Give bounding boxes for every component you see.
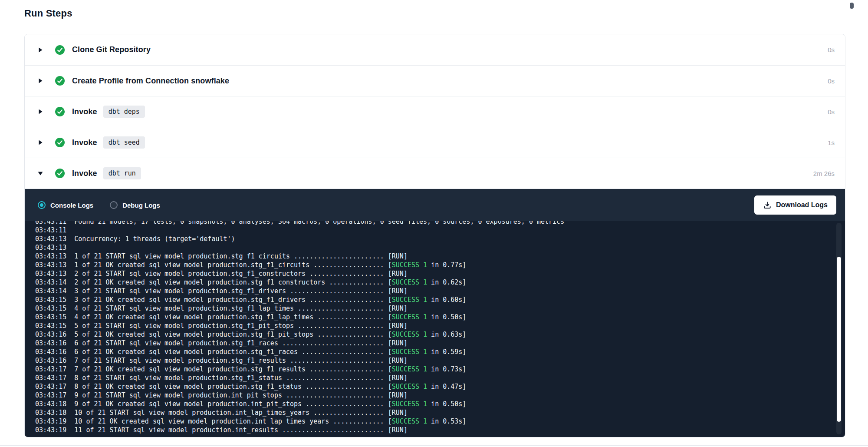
log-timestamp: 03:43:17 [35,374,66,382]
log-success-tag: SUCCESS 1 [392,365,427,373]
step-command-chip: dbt deps [103,106,145,118]
log-timestamp: 03:43:17 [35,391,66,399]
log-timestamp: 03:43:18 [35,409,66,417]
download-icon [763,201,772,209]
log-timestamp: 03:43:17 [35,383,66,391]
log-line: 03:43:17 8 of 21 START sql view model pr… [35,374,845,382]
log-line: 03:43:14 3 of 21 START sql view model pr… [35,287,845,295]
run-steps-list: Clone Git Repository 0s Create Profile f… [25,34,845,189]
log-line: 03:43:16 7 of 21 START sql view model pr… [35,356,845,365]
success-check-icon [55,169,65,178]
step-duration: 0s [828,77,835,85]
chevron-right-icon [38,47,43,53]
log-line: 03:43:18 10 of 21 START sql view model p… [35,408,845,417]
log-timestamp: 03:43:19 [35,426,66,434]
log-line: 03:43:15 5 of 21 START sql view model pr… [35,321,845,330]
log-timestamp: 03:43:17 [35,365,66,373]
step-row[interactable]: Invoke dbt deps 0s [25,96,845,127]
log-timestamp: 03:43:13 [35,252,66,260]
console-header: Console Logs Debug Logs Download Logs [25,189,845,221]
step-duration: 1s [828,139,835,146]
log-line: 03:43:11 Found 21 models, 17 tests, 0 sn… [35,221,845,226]
log-success-tag: SUCCESS 1 [392,331,427,338]
chevron-right-icon [38,109,43,115]
log-timestamp: 03:43:14 [35,278,66,286]
log-timestamp: 03:43:13 [35,244,66,252]
log-success-tag: SUCCESS 1 [392,348,427,356]
log-line: 03:43:13 [35,243,845,252]
log-line: 03:43:13 1 of 21 OK created sql view mod… [35,261,845,269]
page-bottom-divider [0,445,868,446]
run-steps-page: Run Steps Clone Git Repository 0s Creat [0,0,868,447]
step-row[interactable]: Invoke dbt seed 1s [25,127,845,158]
log-success-tag: SUCCESS 1 [392,296,427,304]
log-line: 03:43:17 7 of 21 OK created sql view mod… [35,365,845,374]
debug-logs-radio[interactable]: Debug Logs [110,201,160,209]
log-success-tag: SUCCESS 1 [392,261,427,269]
step-row[interactable]: Invoke dbt run 2m 26s [25,158,845,189]
log-line: 03:43:14 2 of 21 OK created sql view mod… [35,278,845,287]
success-check-icon [55,138,65,147]
log-lines: 03:43:11 Found 21 models, 17 tests, 0 sn… [35,221,845,434]
log-line: 03:43:15 4 of 21 OK created sql view mod… [35,313,845,321]
log-line: 03:43:18 9 of 21 OK created sql view mod… [35,400,845,408]
step-command-chip: dbt run [103,167,141,179]
step-label: Clone Git Repository [72,45,151,54]
caret-icon[interactable] [37,47,44,53]
log-timestamp: 03:43:16 [35,331,66,338]
log-timestamp: 03:43:19 [35,417,66,425]
page-scrollbar-thumb[interactable] [850,3,854,9]
log-success-tag: SUCCESS 1 [392,383,427,391]
log-scrollbar-thumb[interactable] [837,257,841,422]
chevron-right-icon [38,78,43,84]
log-timestamp: 03:43:15 [35,296,66,304]
caret-icon[interactable] [37,171,44,176]
log-scrollbar[interactable] [836,223,842,434]
step-label: Create Profile from Connection snowflake [72,76,229,86]
log-line: 03:43:17 8 of 21 OK created sql view mod… [35,382,845,391]
log-timestamp: 03:43:16 [35,348,66,356]
console-logs-radio[interactable]: Console Logs [38,201,93,209]
caret-icon[interactable] [37,109,44,115]
chevron-right-icon [38,139,43,146]
log-line: 03:43:15 3 of 21 OK created sql view mod… [35,295,845,304]
log-timestamp: 03:43:13 [35,261,66,269]
log-timestamp: 03:43:16 [35,357,66,364]
success-check-icon [55,107,65,116]
download-logs-button[interactable]: Download Logs [754,195,836,215]
log-timestamp: 03:43:14 [35,287,66,295]
log-line: 03:43:19 11 of 21 START sql view model p… [35,426,845,434]
log-line: 03:43:11 [35,226,845,235]
caret-icon[interactable] [37,139,44,146]
log-line: 03:43:13 2 of 21 START sql view model pr… [35,269,845,278]
console-logs-label: Console Logs [50,202,93,209]
log-timestamp: 03:43:13 [35,235,66,243]
success-check-icon [55,45,65,55]
log-line: 03:43:17 9 of 21 START sql view model pr… [35,391,845,400]
log-timestamp: 03:43:13 [35,270,66,278]
run-steps-accordion: Clone Git Repository 0s Create Profile f… [24,34,845,437]
step-row[interactable]: Clone Git Repository 0s [25,34,845,65]
log-line: 03:43:16 6 of 21 OK created sql view mod… [35,348,845,356]
log-timestamp: 03:43:11 [35,221,66,225]
success-check-icon [55,76,65,86]
step-label: Invoke [72,169,97,178]
radio-unselected-icon [110,201,118,209]
caret-icon[interactable] [37,78,44,84]
download-logs-label: Download Logs [776,201,828,209]
step-duration: 0s [828,108,835,116]
console-panel: Console Logs Debug Logs Download Logs [25,189,845,437]
log-timestamp: 03:43:15 [35,305,66,312]
step-command-chip: dbt seed [103,136,145,149]
log-timestamp: 03:43:11 [35,226,66,234]
log-success-tag: SUCCESS 1 [392,278,427,286]
debug-logs-label: Debug Logs [122,202,160,209]
log-line: 03:43:16 5 of 21 OK created sql view mod… [35,330,845,339]
log-success-tag: SUCCESS 1 [392,400,427,408]
page-title: Run Steps [24,8,845,19]
step-label: Invoke [72,107,97,116]
log-success-tag: SUCCESS 1 [392,313,427,321]
log-timestamp: 03:43:15 [35,322,66,330]
console-log-output[interactable]: 03:43:11 Found 21 models, 17 tests, 0 sn… [25,221,845,437]
step-row[interactable]: Create Profile from Connection snowflake… [25,65,845,96]
